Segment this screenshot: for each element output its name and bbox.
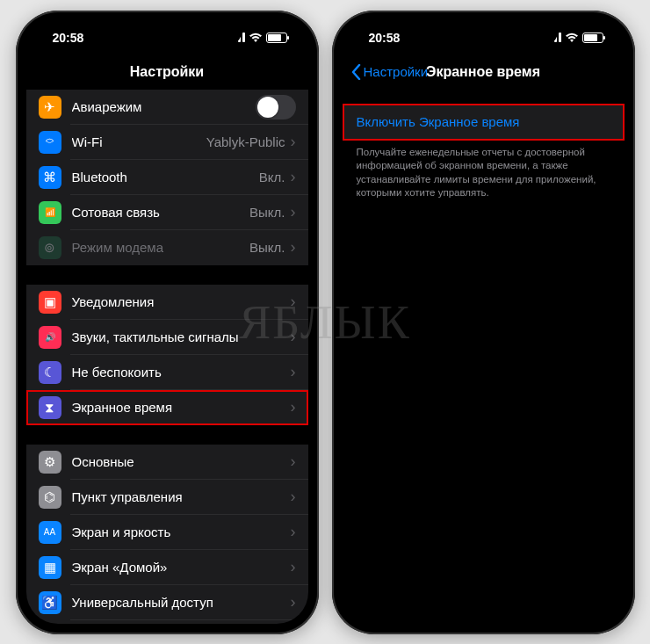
phone-left: 20:58 Настройки ✈Авиарежим⌔Wi-FiYablyk-P… bbox=[16, 11, 319, 634]
row-value: Выкл. bbox=[249, 205, 285, 220]
home-icon: ▦ bbox=[39, 556, 61, 579]
screentime-content: Включить Экранное время Получайте еженед… bbox=[343, 90, 625, 624]
chevron-right-icon: › bbox=[291, 363, 296, 381]
settings-row-display[interactable]: AAЭкран и яркость› bbox=[26, 515, 308, 550]
general-icon: ⚙ bbox=[39, 451, 61, 474]
row-label: Bluetooth bbox=[72, 170, 259, 185]
settings-row-screentime[interactable]: ⧗Экранное время› bbox=[26, 390, 308, 425]
notifications-icon: ▣ bbox=[39, 291, 61, 314]
enable-screentime-button[interactable]: Включить Экранное время bbox=[343, 104, 625, 141]
row-value: Yablyk-Public bbox=[206, 134, 285, 149]
battery-icon bbox=[266, 33, 287, 43]
chevron-right-icon: › bbox=[291, 168, 296, 186]
settings-row-sounds[interactable]: 🔊Звуки, тактильные сигналы› bbox=[26, 320, 308, 355]
row-label: Wi-Fi bbox=[72, 134, 206, 149]
chevron-right-icon: › bbox=[291, 558, 296, 576]
wifi-icon bbox=[249, 33, 263, 43]
settings-row-hotspot[interactable]: ⊚Режим модемаВыкл.› bbox=[26, 230, 308, 265]
chevron-right-icon: › bbox=[291, 238, 296, 257]
settings-row-wifi[interactable]: ⌔Wi-FiYablyk-Public› bbox=[26, 125, 308, 160]
chevron-right-icon: › bbox=[291, 488, 296, 506]
page-title: Экранное время bbox=[426, 64, 540, 80]
settings-row-control-center[interactable]: ⌬Пункт управления› bbox=[26, 480, 308, 515]
chevron-right-icon: › bbox=[291, 398, 296, 416]
screentime-icon: ⧗ bbox=[39, 396, 61, 419]
nav-header-left: Настройки bbox=[26, 54, 308, 90]
notch bbox=[92, 21, 242, 46]
wifi-icon bbox=[565, 33, 579, 43]
accessibility-icon: ♿ bbox=[39, 591, 61, 614]
settings-row-airplane[interactable]: ✈Авиарежим bbox=[26, 90, 308, 125]
toggle[interactable] bbox=[256, 95, 296, 119]
bluetooth-icon: ⌘ bbox=[39, 166, 61, 189]
settings-row-home[interactable]: ▦Экран «Домой»› bbox=[26, 550, 308, 585]
row-label: Основные bbox=[72, 454, 291, 469]
row-label: Пункт управления bbox=[72, 489, 291, 504]
row-value: Выкл. bbox=[249, 240, 285, 255]
chevron-right-icon: › bbox=[291, 523, 296, 541]
screen-left: 20:58 Настройки ✈Авиарежим⌔Wi-FiYablyk-P… bbox=[26, 21, 308, 624]
row-label: Не беспокоить bbox=[72, 365, 291, 380]
chevron-right-icon: › bbox=[291, 203, 296, 221]
settings-row-cellular[interactable]: 📶Сотовая связьВыкл.› bbox=[26, 195, 308, 230]
settings-row-notifications[interactable]: ▣Уведомления› bbox=[26, 285, 308, 320]
page-title: Настройки bbox=[130, 64, 204, 80]
row-label: Экран и яркость bbox=[72, 525, 291, 539]
chevron-right-icon: › bbox=[291, 293, 296, 311]
row-label: Режим модема bbox=[72, 240, 250, 255]
settings-row-accessibility[interactable]: ♿Универсальный доступ› bbox=[26, 585, 308, 620]
status-time: 20:58 bbox=[369, 31, 401, 45]
screen-right: 20:58 Настройки Экранное время Включить … bbox=[343, 21, 625, 624]
row-label: Сотовая связь bbox=[72, 205, 250, 220]
chevron-right-icon: › bbox=[291, 452, 296, 471]
control-center-icon: ⌬ bbox=[39, 486, 61, 509]
row-label: Уведомления bbox=[72, 294, 291, 309]
row-label: Экранное время bbox=[72, 400, 291, 415]
settings-row-bluetooth[interactable]: ⌘BluetoothВкл.› bbox=[26, 160, 308, 195]
action-label: Включить Экранное время bbox=[357, 114, 520, 129]
chevron-left-icon bbox=[351, 64, 361, 80]
sounds-icon: 🔊 bbox=[39, 326, 61, 349]
row-value: Вкл. bbox=[259, 170, 285, 185]
row-label: Авиарежим bbox=[72, 99, 256, 114]
nav-header-right: Настройки Экранное время bbox=[343, 54, 625, 90]
cellular-icon: 📶 bbox=[39, 201, 61, 224]
footer-description: Получайте еженедельные отчеты с достовер… bbox=[343, 141, 625, 200]
settings-row-general[interactable]: ⚙Основные› bbox=[26, 445, 308, 480]
chevron-right-icon: › bbox=[291, 593, 296, 611]
dnd-icon: ☾ bbox=[39, 361, 61, 384]
row-label: Звуки, тактильные сигналы bbox=[72, 329, 291, 344]
status-time: 20:58 bbox=[53, 31, 84, 45]
phone-right: 20:58 Настройки Экранное время Включить … bbox=[332, 11, 635, 634]
battery-icon bbox=[582, 33, 603, 43]
chevron-right-icon: › bbox=[291, 133, 296, 151]
back-button[interactable]: Настройки bbox=[351, 64, 429, 80]
chevron-right-icon: › bbox=[291, 328, 296, 346]
hotspot-icon: ⊚ bbox=[39, 236, 61, 259]
row-label: Универсальный доступ bbox=[72, 595, 291, 610]
settings-row-wallpaper[interactable]: ❀Обои› bbox=[26, 620, 308, 624]
airplane-icon: ✈ bbox=[39, 96, 61, 119]
settings-list[interactable]: ✈Авиарежим⌔Wi-FiYablyk-Public›⌘Bluetooth… bbox=[26, 90, 308, 624]
settings-row-dnd[interactable]: ☾Не беспокоить› bbox=[26, 355, 308, 390]
display-icon: AA bbox=[39, 521, 61, 544]
wifi-icon: ⌔ bbox=[39, 131, 61, 154]
notch bbox=[408, 21, 558, 46]
back-label: Настройки bbox=[364, 64, 429, 79]
row-label: Экран «Домой» bbox=[72, 560, 291, 575]
